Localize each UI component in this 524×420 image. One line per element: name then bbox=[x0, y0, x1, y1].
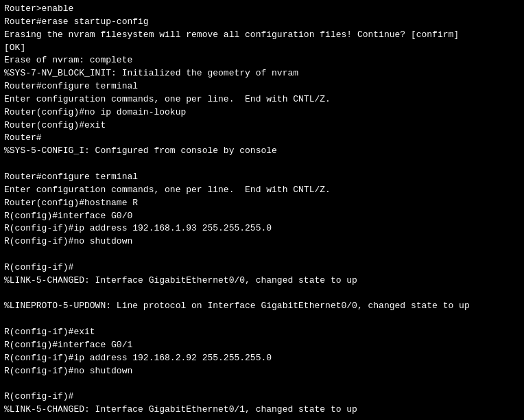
terminal-window[interactable]: Router>enable Router#erase startup-confi… bbox=[0, 0, 524, 420]
